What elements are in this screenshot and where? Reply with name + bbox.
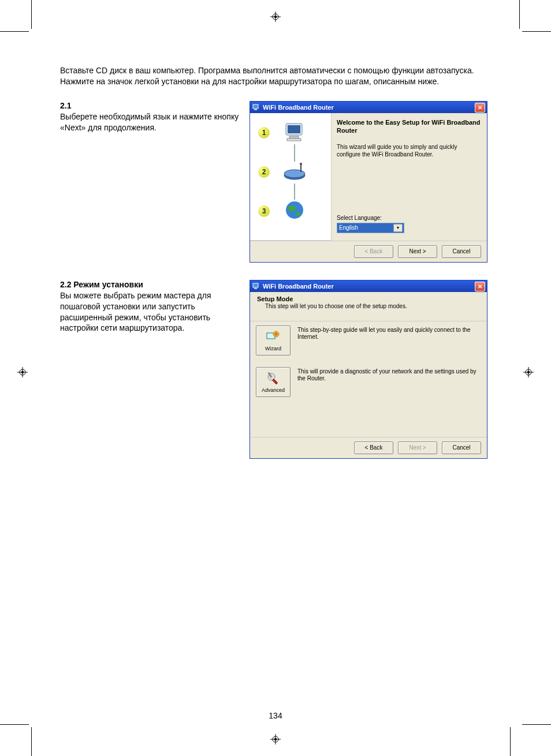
section-title: Режим установки (73, 280, 143, 289)
crop-mark (522, 724, 551, 725)
svg-rect-32 (273, 379, 277, 384)
wizard-mode-button[interactable]: Wizard (256, 325, 291, 355)
section-text: 2.2 Режим установки Вы можете выбрать ре… (60, 280, 239, 334)
globe-icon (282, 200, 307, 220)
router-icon (282, 162, 307, 182)
svg-rect-21 (287, 139, 301, 141)
dialog-subheader: Setup Mode This step will let you to cho… (250, 292, 487, 321)
app-icon (252, 103, 260, 111)
dialog-button-row: < Back Next > Cancel (250, 241, 487, 262)
wizard-graphic-panel: 1 2 3 (250, 113, 332, 241)
dialog-body: 1 2 3 (250, 113, 487, 262)
dialog-setup-mode: WiFi Broadband Router ✕ Setup Mode This … (250, 280, 487, 459)
advanced-mode-button[interactable]: Advanced (256, 367, 291, 397)
step-badge-2: 2 (258, 166, 270, 178)
svg-rect-17 (254, 109, 257, 110)
section-2-1: 2.1 Выберете необходимый язык и нажмите … (60, 101, 491, 263)
crop-mark (510, 727, 511, 756)
crop-mark (0, 31, 29, 32)
mode-row-wizard: Wizard This step-by-step guide will let … (256, 325, 481, 355)
next-button[interactable]: Next > (398, 441, 437, 454)
section-2-2: 2.2 Режим установки Вы можете выбрать ре… (60, 280, 491, 459)
registration-mark-icon (270, 734, 281, 744)
mode-row-advanced: Advanced This will provide a diagnostic … (256, 367, 481, 397)
section-number: 2.2 (60, 280, 71, 289)
crop-mark (31, 727, 32, 756)
crop-mark (519, 0, 520, 29)
step-badge-1: 1 (258, 127, 270, 139)
wizard-description: This step-by-step guide will let you eas… (297, 325, 481, 341)
advanced-description: This will provide a diagnostic of your n… (297, 367, 481, 383)
language-label: Select Language: (337, 215, 382, 221)
section-body: Выберете необходимый язык и нажмите кноп… (60, 111, 239, 133)
chevron-down-icon: ▾ (393, 224, 403, 232)
wizard-icon (266, 330, 281, 345)
subheader-subtitle: This step will let you to choose one of … (265, 303, 480, 309)
dialog-button-row: < Back Next > Cancel (250, 437, 487, 458)
svg-rect-27 (253, 283, 258, 287)
section-text: 2.1 Выберете необходимый язык и нажмите … (60, 101, 239, 133)
window-title: WiFi Broadband Router (263, 283, 334, 290)
wizard-text-panel: Welcome to the Easy Setup for WiFi Broad… (337, 119, 481, 159)
registration-mark-icon (270, 12, 281, 22)
close-button[interactable]: ✕ (475, 103, 485, 113)
connector-line (294, 144, 295, 162)
close-button[interactable]: ✕ (475, 282, 485, 291)
close-icon: ✕ (478, 104, 482, 111)
svg-rect-28 (254, 288, 257, 289)
crop-mark (522, 31, 551, 32)
section-body: Вы можете выбрать режим мастера для поша… (60, 290, 239, 334)
close-icon: ✕ (478, 283, 482, 290)
svg-point-25 (300, 163, 302, 165)
registration-mark-icon (17, 367, 28, 377)
language-select[interactable]: English ▾ (337, 223, 404, 233)
welcome-heading: Welcome to the Easy Setup for WiFi Broad… (337, 119, 481, 135)
page: Вставьте CD диск в ваш компьютер. Програ… (0, 0, 551, 756)
section-number: 2.1 (60, 101, 239, 110)
next-button[interactable]: Next > (398, 245, 437, 258)
welcome-subtext: This wizard will guide you to simply and… (337, 144, 481, 158)
registration-mark-icon (523, 367, 534, 377)
app-icon (252, 282, 260, 290)
computer-icon (282, 122, 307, 143)
cancel-button[interactable]: Cancel (442, 245, 481, 258)
subheader-title: Setup Mode (257, 295, 480, 302)
wizard-button-label: Wizard (265, 346, 281, 351)
crop-mark (0, 724, 29, 725)
intro-paragraph: Вставьте CD диск в ваш компьютер. Програ… (60, 65, 491, 87)
tools-icon (266, 371, 281, 386)
window-title: WiFi Broadband Router (263, 104, 334, 111)
cancel-button[interactable]: Cancel (442, 441, 481, 454)
crop-mark (31, 0, 32, 29)
advanced-button-label: Advanced (262, 387, 285, 393)
connector-line (294, 184, 295, 200)
step-badge-3: 3 (258, 205, 270, 217)
back-button[interactable]: < Back (354, 441, 393, 454)
svg-point-23 (284, 170, 305, 178)
back-button[interactable]: < Back (354, 245, 393, 258)
titlebar: WiFi Broadband Router ✕ (250, 280, 487, 292)
dialog-language-select: WiFi Broadband Router ✕ 1 2 3 (250, 101, 487, 263)
svg-rect-19 (288, 125, 300, 133)
titlebar: WiFi Broadband Router ✕ (250, 102, 487, 113)
dialog-body: Setup Mode This step will let you to cho… (250, 292, 487, 458)
svg-rect-16 (253, 104, 258, 108)
svg-rect-20 (289, 136, 299, 139)
page-number: 134 (0, 711, 551, 720)
language-value: English (339, 224, 358, 231)
content-column: Вставьте CD диск в ваш компьютер. Програ… (60, 65, 491, 476)
